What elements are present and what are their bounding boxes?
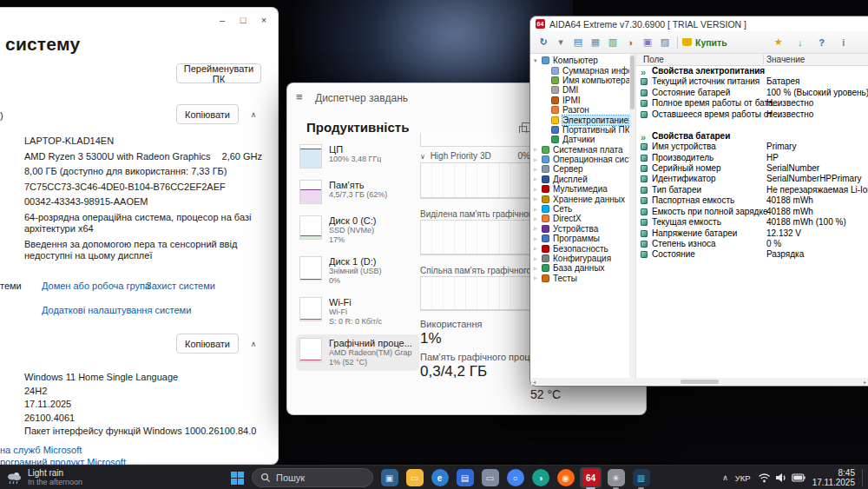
preferences-icon[interactable]: ▨ — [657, 35, 673, 50]
tree-item[interactable]: ▹ Устройства — [531, 224, 635, 234]
wifi-icon[interactable] — [758, 472, 771, 483]
buy-button[interactable]: Купить — [682, 37, 727, 48]
tree-item[interactable]: DMI — [531, 85, 635, 95]
clock[interactable]: 8:45 17.11.2025 — [812, 468, 855, 487]
horizontal-scrollbar[interactable]: ◂ ▸ — [531, 378, 868, 385]
chrome-icon[interactable]: ○ — [504, 467, 526, 488]
tree-item[interactable]: Разгон — [531, 105, 635, 115]
titlebar[interactable]: 64 AIDA64 Extreme v7.30.6900 [ TRIAL VER… — [530, 17, 868, 31]
maximize-icon[interactable]: □ — [233, 11, 253, 29]
performance-item[interactable]: Wi-Fi Wi-Fi S: 0 R: 0 Кбіт/с — [296, 294, 419, 330]
expand-arrow-icon[interactable]: ▹ — [534, 225, 542, 232]
folder-icon[interactable]: ▭ — [479, 467, 501, 488]
tree-item[interactable]: ▹ База данных — [531, 263, 635, 273]
tree-item[interactable]: Портативный ПК — [531, 125, 635, 135]
chevron-down-icon[interactable]: ∨ — [420, 153, 425, 161]
microsoft-services-link[interactable]: на служб Microsoft — [0, 445, 82, 455]
start-button[interactable] — [227, 468, 247, 487]
rename-pc-button[interactable]: Перейменувати ПК — [176, 63, 261, 83]
performance-item[interactable]: Пам'ять 4,5/7,3 ГБ (62%) — [296, 176, 419, 208]
advanced-settings-link[interactable]: Додаткові налаштування системи — [42, 305, 191, 315]
info-row[interactable]: Текущий источник питания Батарея — [636, 76, 868, 87]
expand-arrow-icon[interactable]: ▹ — [534, 245, 542, 252]
refresh-icon[interactable]: ↻ — [536, 35, 551, 50]
search-box[interactable] — [252, 468, 373, 487]
scrollbar-thumb[interactable] — [681, 380, 719, 384]
domain-workgroup-link[interactable]: Домен або робоча група — [42, 281, 150, 291]
tree-item[interactable]: Имя компьютера — [531, 76, 635, 85]
expand-arrow-icon[interactable]: ▹ — [534, 206, 542, 213]
info-row[interactable]: Степень износа 0 % — [636, 239, 868, 249]
copy-button[interactable]: Копіювати — [176, 334, 239, 354]
report-icon[interactable]: ▦ — [588, 35, 603, 50]
tree-item[interactable]: ▹ Сеть — [531, 204, 635, 214]
expand-arrow-icon[interactable]: ▹ — [534, 215, 542, 222]
favorites-icon[interactable]: ★ — [771, 35, 786, 50]
battery-icon[interactable] — [792, 473, 806, 482]
tree-item[interactable]: ▹ Безопасность — [531, 243, 635, 253]
edge-icon[interactable]: e — [429, 467, 450, 488]
tree-item[interactable]: Электропитание — [531, 115, 635, 124]
tree-item[interactable]: ▹ DirectX — [531, 214, 635, 223]
expand-arrow-icon[interactable]: ▹ — [534, 175, 542, 182]
info-row[interactable]: Напряжение батареи 12.132 V — [636, 228, 868, 239]
expand-arrow-icon[interactable]: ▹ — [534, 146, 542, 153]
tree-item[interactable]: ▹ Программы — [531, 234, 635, 243]
dropdown-icon[interactable]: ▾ — [553, 35, 569, 50]
expand-arrow-icon[interactable]: ▹ — [534, 274, 542, 281]
info-row[interactable]: Идентификатор SerialNumberHPPrimary — [636, 174, 868, 184]
edge-dev-icon[interactable]: ◑ — [529, 467, 551, 488]
store-icon[interactable]: ▤ — [454, 467, 476, 488]
tree-item[interactable]: Суммарная информация — [531, 65, 635, 75]
vertical-scrollbar[interactable] — [629, 54, 635, 378]
tree-item[interactable]: ▹ Системная плата — [531, 145, 635, 155]
tree-item[interactable]: ▾ Компьютер — [531, 56, 635, 65]
tree-item[interactable]: ▹ Сервер — [531, 164, 635, 174]
task-manager-icon[interactable]: ▥ — [630, 467, 652, 488]
volume-icon[interactable] — [775, 472, 787, 483]
search-input[interactable] — [276, 472, 363, 483]
info-row[interactable]: Паспортная емкость 40188 mWh — [636, 195, 868, 206]
scroll-right-icon[interactable]: ▸ — [864, 379, 866, 385]
settings-icon[interactable]: ✳ — [605, 467, 627, 488]
performance-item[interactable]: Диск 0 (C:) SSD (NVMe) 17% — [296, 212, 419, 248]
info-row[interactable]: Свойства батареи — [636, 131, 868, 142]
column-value[interactable]: Значение — [766, 55, 805, 64]
expand-arrow-icon[interactable]: ▹ — [534, 186, 542, 193]
tree-item[interactable]: ▹ Операционная система — [531, 155, 635, 164]
chart-icon[interactable]: ▥ — [605, 35, 621, 50]
tray-overflow-icon[interactable]: ∧ — [722, 473, 728, 482]
minimize-icon[interactable]: – — [212, 11, 233, 29]
scrollbar-thumb[interactable] — [630, 56, 635, 109]
menu-icon[interactable]: ≡ — [296, 90, 303, 103]
file-explorer-icon[interactable]: ▭ — [404, 467, 425, 488]
copy-button[interactable]: Копіювати — [176, 104, 239, 124]
language-indicator[interactable]: УКР — [735, 473, 751, 483]
system-protection-link[interactable]: Захист системи — [146, 281, 215, 291]
expand-arrow-icon[interactable]: ▹ — [534, 166, 542, 173]
info-row[interactable]: Тип батареи Не перезаряжаемая Li-Ion — [636, 185, 868, 195]
aida64-icon[interactable]: 64 — [580, 467, 602, 488]
expand-arrow-icon[interactable]: ▹ — [534, 156, 542, 163]
performance-item[interactable]: Диск 1 (D:) Знімний (USB) 0% — [296, 253, 419, 289]
info-row[interactable]: Свойства электропитания — [636, 66, 868, 76]
expand-arrow-icon[interactable]: ▹ — [534, 265, 542, 272]
collapse-chevron-icon[interactable]: ∧ — [246, 104, 261, 124]
info-row[interactable]: Состояние батарей 100 % (Высокий уровень… — [636, 88, 868, 98]
info-icon[interactable]: i — [836, 35, 852, 50]
scroll-left-icon[interactable]: ◂ — [533, 379, 536, 385]
firefox-icon[interactable]: ◉ — [555, 467, 576, 488]
expand-arrow-icon[interactable]: ▹ — [534, 255, 542, 262]
expand-arrow-icon[interactable]: ▹ — [534, 195, 542, 202]
task-view-icon[interactable]: ▣ — [378, 467, 400, 488]
performance-item[interactable]: ЦП 100% 3,48 ГГц — [296, 141, 419, 172]
info-row[interactable]: Состояние Разрядка — [636, 249, 868, 260]
info-row[interactable]: Емкость при полной зарядке 40188 mWh — [636, 207, 868, 217]
info-row[interactable] — [636, 120, 868, 130]
help-icon[interactable]: ? — [814, 35, 830, 50]
update-icon[interactable]: ↓ — [792, 35, 808, 50]
weather-widget[interactable]: Light rain In the afternoon — [5, 468, 82, 486]
info-row[interactable]: Производитель HP — [636, 153, 868, 163]
info-row[interactable]: Оставшееся время работы от ... Неизвестн… — [636, 109, 868, 120]
computer-icon[interactable]: ▤ — [570, 35, 586, 50]
